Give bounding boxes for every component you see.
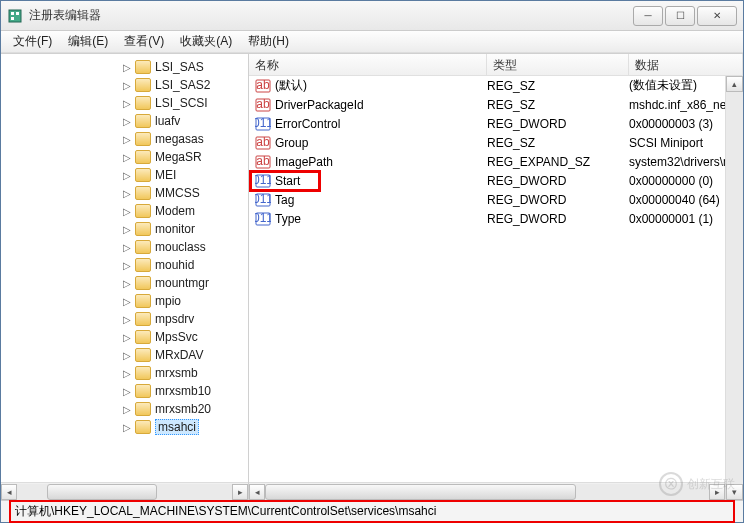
value-name: Group — [275, 136, 487, 150]
svg-rect-1 — [11, 12, 14, 15]
folder-icon — [135, 384, 151, 398]
tree-item-mouclass[interactable]: ▷mouclass — [1, 238, 248, 256]
expander-icon[interactable]: ▷ — [121, 350, 133, 361]
expander-icon[interactable]: ▷ — [121, 314, 133, 325]
folder-icon — [135, 366, 151, 380]
expander-icon[interactable]: ▷ — [121, 278, 133, 289]
menu-edit[interactable]: 编辑(E) — [60, 31, 116, 52]
expander-icon[interactable]: ▷ — [121, 206, 133, 217]
value-row[interactable]: ab(默认)REG_SZ(数值未设置) — [249, 76, 725, 95]
scroll-track[interactable] — [265, 484, 709, 500]
column-name[interactable]: 名称 — [249, 54, 487, 75]
value-type: REG_DWORD — [487, 212, 629, 226]
expander-icon[interactable]: ▷ — [121, 134, 133, 145]
list-vscrollbar[interactable]: ▴ ▾ — [725, 76, 743, 500]
tree-item-mpio[interactable]: ▷mpio — [1, 292, 248, 310]
tree-item-mpssvc[interactable]: ▷MpsSvc — [1, 328, 248, 346]
expander-icon[interactable]: ▷ — [121, 332, 133, 343]
tree-item-monitor[interactable]: ▷monitor — [1, 220, 248, 238]
expander-icon[interactable]: ▷ — [121, 170, 133, 181]
expander-icon[interactable]: ▷ — [121, 80, 133, 91]
expander-icon[interactable]: ▷ — [121, 404, 133, 415]
svg-rect-2 — [16, 12, 19, 15]
tree-item-label: LSI_SCSI — [155, 96, 208, 110]
tree-item-mountmgr[interactable]: ▷mountmgr — [1, 274, 248, 292]
scroll-down-icon[interactable]: ▾ — [726, 484, 743, 500]
expander-icon[interactable]: ▷ — [121, 386, 133, 397]
close-button[interactable]: ✕ — [697, 6, 737, 26]
tree-item-label: monitor — [155, 222, 195, 236]
minimize-button[interactable]: ─ — [633, 6, 663, 26]
expander-icon[interactable]: ▷ — [121, 116, 133, 127]
value-row[interactable]: 011TagREG_DWORD0x00000040 (64) — [249, 190, 725, 209]
tree-item-megasr[interactable]: ▷MegaSR — [1, 148, 248, 166]
registry-editor-window: 注册表编辑器 ─ ☐ ✕ 文件(F) 编辑(E) 查看(V) 收藏夹(A) 帮助… — [0, 0, 744, 523]
value-row[interactable]: 011StartREG_DWORD0x00000000 (0) — [249, 171, 725, 190]
scroll-track[interactable] — [726, 92, 743, 484]
scroll-thumb[interactable] — [265, 484, 576, 500]
tree-item-label: luafv — [155, 114, 180, 128]
scroll-thumb[interactable] — [47, 484, 157, 500]
folder-icon — [135, 204, 151, 218]
scroll-right-icon[interactable]: ▸ — [709, 484, 725, 500]
registry-tree[interactable]: ▷LSI_SAS▷LSI_SAS2▷LSI_SCSI▷luafv▷megasas… — [1, 54, 248, 482]
titlebar[interactable]: 注册表编辑器 ─ ☐ ✕ — [1, 1, 743, 31]
folder-icon — [135, 96, 151, 110]
value-row[interactable]: 011TypeREG_DWORD0x00000001 (1) — [249, 209, 725, 228]
expander-icon[interactable]: ▷ — [121, 188, 133, 199]
expander-icon[interactable]: ▷ — [121, 62, 133, 73]
expander-icon[interactable]: ▷ — [121, 98, 133, 109]
menu-view[interactable]: 查看(V) — [116, 31, 172, 52]
expander-icon[interactable]: ▷ — [121, 242, 133, 253]
expander-icon[interactable]: ▷ — [121, 368, 133, 379]
expander-icon[interactable]: ▷ — [121, 296, 133, 307]
value-list[interactable]: ab(默认)REG_SZ(数值未设置)abDriverPackageIdREG_… — [249, 76, 725, 482]
value-row[interactable]: abGroupREG_SZSCSI Miniport — [249, 133, 725, 152]
tree-hscrollbar[interactable]: ◂ ▸ — [1, 482, 248, 500]
tree-item-mouhid[interactable]: ▷mouhid — [1, 256, 248, 274]
tree-item-label: MEI — [155, 168, 176, 182]
menu-file[interactable]: 文件(F) — [5, 31, 60, 52]
value-row[interactable]: abImagePathREG_EXPAND_SZsystem32\drivers… — [249, 152, 725, 171]
tree-item-mrxsmb20[interactable]: ▷mrxsmb20 — [1, 400, 248, 418]
tree-item-luafv[interactable]: ▷luafv — [1, 112, 248, 130]
maximize-button[interactable]: ☐ — [665, 6, 695, 26]
scroll-left-icon[interactable]: ◂ — [1, 484, 17, 500]
expander-icon[interactable]: ▷ — [121, 152, 133, 163]
tree-item-lsi_sas[interactable]: ▷LSI_SAS — [1, 58, 248, 76]
value-row[interactable]: 011ErrorControlREG_DWORD0x00000003 (3) — [249, 114, 725, 133]
tree-item-megasas[interactable]: ▷megasas — [1, 130, 248, 148]
tree-item-msahci[interactable]: ▷msahci — [1, 418, 248, 436]
tree-item-label: mpio — [155, 294, 181, 308]
tree-item-mpsdrv[interactable]: ▷mpsdrv — [1, 310, 248, 328]
svg-text:ab: ab — [256, 154, 270, 168]
expander-icon[interactable]: ▷ — [121, 422, 133, 433]
scroll-up-icon[interactable]: ▴ — [726, 76, 743, 92]
folder-icon — [135, 114, 151, 128]
tree-item-mmcss[interactable]: ▷MMCSS — [1, 184, 248, 202]
tree-item-mrxsmb[interactable]: ▷mrxsmb — [1, 364, 248, 382]
menu-help[interactable]: 帮助(H) — [240, 31, 297, 52]
value-type: REG_SZ — [487, 136, 629, 150]
list-hscrollbar[interactable]: ◂ ▸ — [249, 482, 725, 500]
tree-item-mrxdav[interactable]: ▷MRxDAV — [1, 346, 248, 364]
scroll-right-icon[interactable]: ▸ — [232, 484, 248, 500]
statusbar: 计算机\HKEY_LOCAL_MACHINE\SYSTEM\CurrentCon… — [1, 500, 743, 522]
menu-favorites[interactable]: 收藏夹(A) — [172, 31, 240, 52]
tree-item-label: msahci — [155, 419, 199, 435]
value-row[interactable]: abDriverPackageIdREG_SZmshdc.inf_x86_neu… — [249, 95, 725, 114]
tree-item-mei[interactable]: ▷MEI — [1, 166, 248, 184]
tree-item-modem[interactable]: ▷Modem — [1, 202, 248, 220]
expander-icon[interactable]: ▷ — [121, 224, 133, 235]
column-type[interactable]: 类型 — [487, 54, 629, 75]
tree-item-mrxsmb10[interactable]: ▷mrxsmb10 — [1, 382, 248, 400]
folder-icon — [135, 312, 151, 326]
svg-text:ab: ab — [256, 135, 270, 149]
expander-icon[interactable]: ▷ — [121, 260, 133, 271]
svg-text:ab: ab — [256, 97, 270, 111]
scroll-track[interactable] — [17, 484, 232, 500]
tree-item-lsi_sas2[interactable]: ▷LSI_SAS2 — [1, 76, 248, 94]
column-data[interactable]: 数据 — [629, 54, 743, 75]
scroll-left-icon[interactable]: ◂ — [249, 484, 265, 500]
tree-item-lsi_scsi[interactable]: ▷LSI_SCSI — [1, 94, 248, 112]
